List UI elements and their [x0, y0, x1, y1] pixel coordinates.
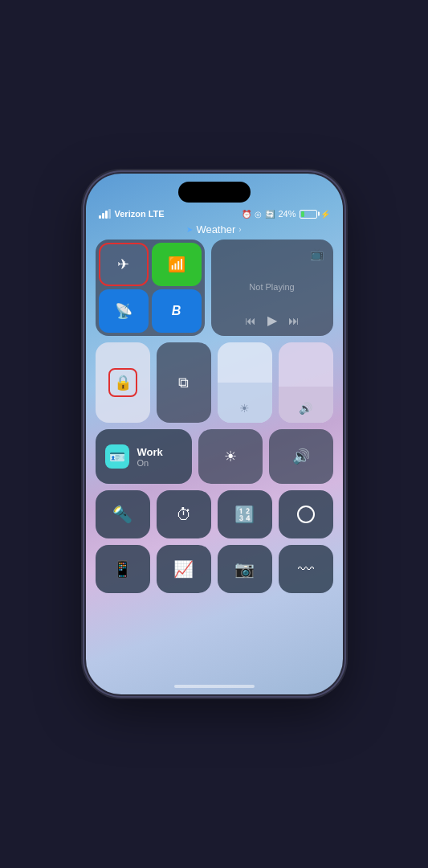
volume-slider[interactable]: 🔊 [279, 342, 333, 423]
signal-bar-2 [102, 213, 104, 219]
row2: 🔒 ⧉ ☀ 🔊 [96, 342, 333, 423]
weather-title: Weather [196, 223, 235, 235]
alarm-icon: ⏰ [242, 210, 251, 219]
sun-icon: ☀ [224, 448, 237, 465]
flashlight-button[interactable]: 🔦 [96, 490, 150, 538]
lock-rotation-icon: 🔒 [108, 368, 137, 397]
flashlight-icon: 🔦 [112, 505, 132, 524]
camera-button[interactable]: 📷 [218, 545, 272, 593]
location-arrow-icon: ➤ [186, 225, 193, 234]
media-not-playing-label: Not Playing [249, 282, 294, 292]
carrier-label: Verizon LTE [115, 209, 165, 219]
record-icon [297, 506, 315, 523]
location-icon: ◎ [255, 210, 262, 219]
brightness-small-button[interactable]: ☀ [198, 429, 263, 484]
volume-icon: 🔊 [299, 402, 312, 415]
work-sublabel: On [137, 458, 163, 468]
battery-percent: 24% [278, 209, 296, 219]
speaker-icon: 🔊 [292, 448, 310, 465]
mirror-icon: ⧉ [178, 375, 189, 391]
signal-bar-4 [108, 209, 111, 219]
battery-icon [300, 210, 317, 219]
charging-icon: ⚡ [320, 210, 330, 219]
airplane-icon: ✈ [117, 256, 129, 273]
icon-row-1: 🔦 ⏱ 🔢 [96, 490, 333, 538]
status-right: ⏰ ◎ 🔄 24% ⚡ [242, 209, 329, 219]
cellular-icon: 📶 [168, 256, 185, 273]
bluetooth-icon: B [172, 304, 181, 318]
screen-lock-button[interactable]: 🔒 [96, 342, 150, 423]
signal-bar-3 [105, 211, 108, 219]
media-controls: ⏮ ▶ ⏭ [245, 313, 300, 328]
status-left: Verizon LTE [99, 209, 165, 219]
brightness-slider[interactable]: ☀ [218, 342, 272, 423]
status-bar: Verizon LTE ⏰ ◎ 🔄 24% ⚡ [86, 209, 343, 219]
stocks-icon: 📈 [173, 559, 194, 579]
control-center: ✈ 📶 📡 B 📺 Not Playing ⏮ ▶ ⏭ [96, 240, 333, 670]
waveform-icon: 〰 [298, 560, 314, 579]
fast-forward-button[interactable]: ⏭ [288, 314, 300, 327]
work-label: Work [137, 446, 163, 458]
weather-header[interactable]: ➤ Weather › [186, 223, 241, 235]
home-indicator [174, 685, 255, 688]
cellular-button[interactable]: 📶 [152, 243, 202, 286]
timer-icon: ⏱ [176, 506, 192, 524]
wifi-button[interactable]: 📡 [99, 289, 149, 333]
work-icon: 🪪 [105, 444, 129, 469]
battery-fill [301, 211, 304, 217]
lock-icon: 🔒 [114, 374, 132, 391]
dynamic-island [178, 182, 251, 203]
play-button[interactable]: ▶ [267, 313, 277, 328]
screen-mirror-button[interactable]: ⧉ [157, 342, 211, 423]
rewind-button[interactable]: ⏮ [245, 314, 256, 327]
signal-bars [99, 209, 111, 219]
phone-frame: Verizon LTE ⏰ ◎ 🔄 24% ⚡ ➤ Weather › ✈ [86, 174, 343, 694]
timer-button[interactable]: ⏱ [157, 490, 211, 538]
stocks-button[interactable]: 📈 [157, 545, 211, 593]
work-focus-button[interactable]: 🪪 Work On [96, 429, 192, 484]
calculator-button[interactable]: 🔢 [218, 490, 272, 538]
slider-container: ☀ 🔊 [218, 342, 333, 423]
briefcase-icon: 🪪 [109, 449, 125, 465]
airplane-mode-button[interactable]: ✈ [99, 243, 149, 286]
work-text: Work On [137, 446, 163, 468]
airplay-icon[interactable]: 📺 [310, 248, 324, 260]
remote-icon: 📱 [112, 559, 132, 579]
weather-chevron-icon: › [238, 225, 241, 234]
voice-memos-button[interactable]: 〰 [279, 545, 333, 593]
media-player: 📺 Not Playing ⏮ ▶ ⏭ [211, 240, 333, 336]
bluetooth-button[interactable]: B [152, 289, 202, 333]
screen-record-button[interactable] [279, 490, 333, 538]
sync-icon: 🔄 [265, 210, 275, 219]
brightness-icon: ☀ [239, 402, 250, 415]
row3: 🪪 Work On ☀ 🔊 [96, 429, 333, 484]
signal-bar-1 [99, 215, 101, 219]
volume-small-button[interactable]: 🔊 [269, 429, 333, 484]
calculator-icon: 🔢 [234, 505, 255, 524]
remote-button[interactable]: 📱 [96, 545, 150, 593]
wifi-icon: 📡 [115, 302, 132, 320]
connectivity-grid: ✈ 📶 📡 B [96, 240, 205, 336]
camera-icon: 📷 [234, 559, 255, 579]
connectivity-row: ✈ 📶 📡 B 📺 Not Playing ⏮ ▶ ⏭ [96, 240, 333, 336]
icon-row-2: 📱 📈 📷 〰 [96, 545, 333, 593]
